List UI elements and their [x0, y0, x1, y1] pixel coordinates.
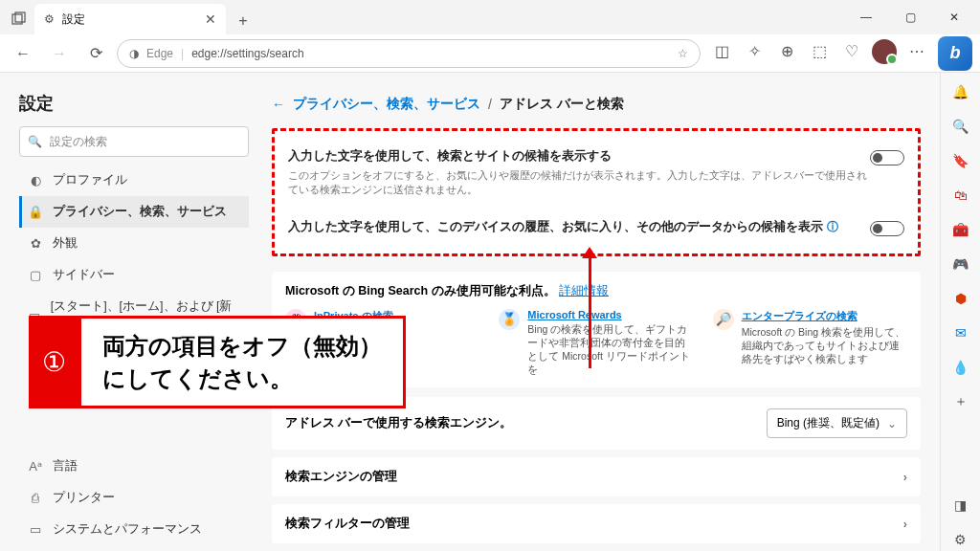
menu-button[interactable]: ⋯ [902, 36, 932, 67]
sidebar-tools-icon[interactable]: 🧰 [949, 218, 972, 241]
setting-search-suggestions: 入力した文字を使用して、検索とサイトの候補を表示する このオプションをオフにする… [288, 143, 904, 204]
reading-list-icon[interactable]: ◫ [706, 36, 737, 67]
manage-search-engines[interactable]: 検索エンジンの管理 › [272, 457, 921, 496]
sidebar-outlook-icon[interactable]: ✉ [949, 321, 972, 344]
edge-logo-icon: ◑ [129, 47, 139, 60]
annotation-arrow [589, 253, 591, 368]
breadcrumb-current: アドレス バーと検索 [500, 96, 624, 113]
rewards-icon: 🏅 [499, 309, 520, 330]
refresh-button[interactable]: ⟳ [80, 38, 111, 69]
search-placeholder: 設定の検索 [50, 134, 107, 150]
favorite-star-icon[interactable]: ☆ [678, 47, 688, 60]
bing-more-info-link[interactable]: 詳細情報 [559, 284, 609, 298]
nav-reset[interactable]: ↺設定のリセット [19, 545, 249, 551]
breadcrumb: ← プライバシー、検索、サービス / アドレス バーと検索 [272, 96, 921, 113]
sidebar-settings-icon[interactable]: ⚙ [949, 528, 972, 551]
highlighted-settings-box: 入力した文字を使用して、検索とサイトの候補を表示する このオプションをオフにする… [272, 128, 921, 256]
annotation-callout: ① 両方の項目をオフ（無効） にしてください。 [29, 316, 406, 408]
nav-privacy[interactable]: 🔒プライバシー、検索、サービス [19, 196, 249, 228]
new-tab-button[interactable]: + [230, 8, 256, 34]
enterprise-icon: 🔎 [713, 309, 734, 330]
url-text: edge://settings/search [191, 47, 303, 60]
chevron-right-icon: › [903, 518, 907, 531]
right-sidebar: 🔔 🔍 🔖 🛍 🧰 🎮 ⬢ ✉ 💧 ＋ ◨ ⚙ [940, 73, 980, 551]
breadcrumb-link[interactable]: プライバシー、検索、サービス [293, 96, 480, 113]
minimize-button[interactable]: — [844, 2, 888, 33]
nav-printer[interactable]: ⎙プリンター [19, 482, 249, 514]
settings-search-input[interactable]: 🔍 設定の検索 [19, 126, 249, 157]
callout-text: 両方の項目をオフ（無効） にしてください。 [78, 316, 406, 408]
sidebar-bell-icon[interactable]: 🔔 [949, 80, 972, 103]
callout-number: ① [29, 316, 78, 408]
tab-title: 設定 [62, 11, 85, 28]
sidebar-drop-icon[interactable]: 💧 [949, 356, 972, 379]
collections-icon[interactable]: ⊕ [771, 36, 802, 67]
extensions-icon[interactable]: ⬚ [804, 36, 835, 67]
bing-sidebar-button[interactable]: b [938, 36, 972, 71]
manage-search-filters[interactable]: 検索フィルターの管理 › [272, 504, 921, 543]
toggle-search-suggestions[interactable] [870, 150, 904, 165]
close-window-button[interactable]: ✕ [932, 2, 976, 33]
chevron-down-icon: ⌄ [887, 417, 897, 430]
favorites-icon[interactable]: ✧ [739, 36, 769, 67]
edge-label: Edge [146, 47, 173, 60]
search-engine-dropdown[interactable]: Bing (推奨、既定値) ⌄ [767, 408, 907, 438]
annotation-arrow-head [582, 247, 597, 258]
breadcrumb-back-icon[interactable]: ← [272, 97, 285, 112]
sidebar-shopping-icon[interactable]: 🛍 [949, 184, 972, 207]
bing-card-rewards[interactable]: 🏅 Microsoft RewardsBing の検索を使用して、ギフトカードや… [499, 309, 693, 377]
back-button[interactable]: ← [8, 38, 38, 69]
setting-history-suggestions: 入力した文字を使用して、このデバイスの履歴、お気に入り、その他のデータからの候補… [288, 213, 904, 242]
chevron-right-icon: › [903, 471, 907, 484]
sidebar-tag-icon[interactable]: 🔖 [949, 149, 972, 172]
tabs-overview-button[interactable] [4, 4, 34, 34]
address-bar[interactable]: ◑ Edge | edge://settings/search ☆ [117, 39, 701, 68]
profile-button[interactable] [869, 36, 900, 67]
search-icon: 🔍 [28, 135, 42, 148]
bing-card-enterprise[interactable]: 🔎 エンタープライズの検索Microsoft の Bing 検索を使用して、組織… [713, 309, 907, 377]
bing-icon: b [950, 43, 961, 63]
sidebar-games-icon[interactable]: 🎮 [949, 253, 972, 276]
settings-title: 設定 [19, 92, 249, 115]
toggle-history-suggestions[interactable] [870, 221, 904, 236]
gear-icon: ⚙ [44, 12, 55, 26]
maximize-button[interactable]: ▢ [888, 2, 932, 33]
info-icon[interactable]: ⓘ [827, 220, 838, 233]
nav-language[interactable]: Aᵃ言語 [19, 451, 249, 482]
nav-sidebar[interactable]: ▢サイドバー [19, 259, 249, 291]
performance-icon[interactable]: ♡ [836, 36, 867, 67]
nav-system[interactable]: ▭システムとパフォーマンス [19, 514, 249, 545]
sidebar-add-icon[interactable]: ＋ [949, 390, 972, 413]
close-tab-icon[interactable]: ✕ [205, 11, 216, 27]
forward-button: → [44, 38, 75, 69]
sidebar-collapse-icon[interactable]: ◨ [949, 494, 972, 517]
nav-profile[interactable]: ◐プロファイル [19, 165, 249, 196]
nav-hidden-3[interactable] [19, 424, 249, 451]
sidebar-office-icon[interactable]: ⬢ [949, 287, 972, 310]
sidebar-search-icon[interactable]: 🔍 [949, 115, 972, 138]
browser-tab[interactable]: ⚙ 設定 ✕ [34, 4, 226, 34]
nav-appearance[interactable]: ✿外観 [19, 228, 249, 259]
